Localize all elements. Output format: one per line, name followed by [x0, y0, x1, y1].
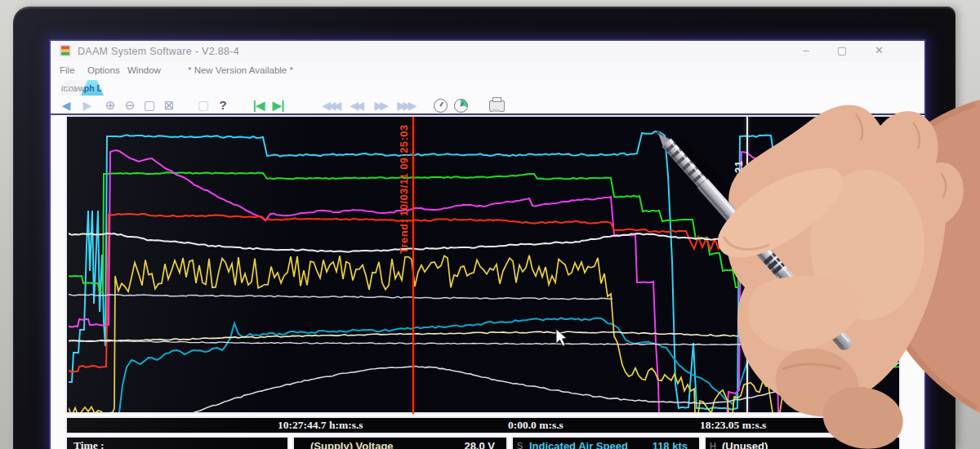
menu-options[interactable]: Options: [87, 65, 120, 75]
zoom-out-icon[interactable]: ⊖: [122, 97, 137, 113]
forward-icon[interactable]: ▶▶: [372, 97, 392, 113]
time-axis-cursor: 0:00.0 m:s.s: [508, 419, 564, 432]
window-title: DAAM System Software - V2.88-4: [78, 46, 239, 57]
close-button[interactable]: ✕: [875, 44, 884, 56]
window-titlebar: DAAM System Software - V2.88-4 – ▢ ✕: [51, 41, 924, 61]
menu-file[interactable]: File: [60, 65, 75, 75]
zoom-in-icon[interactable]: ⊕: [103, 97, 118, 113]
time-axis-end: 18:23.05 m:s.s: [700, 419, 766, 432]
menu-window[interactable]: Window: [127, 65, 161, 75]
help-icon[interactable]: ?: [216, 97, 230, 113]
legend-supply-voltage[interactable]: (Supply) Voltage 28.0 V: [292, 436, 508, 449]
app-icon: [60, 45, 71, 56]
time-cursor-label: 10/03/11 10:09:21: [733, 161, 745, 252]
time-axis-bar: 10:27:44.7 h:m:s.s 0:00.0 m:s.s 18:23.05…: [65, 416, 901, 434]
minimize-button[interactable]: –: [804, 44, 809, 56]
snapshot-icon[interactable]: ▢: [196, 97, 211, 113]
clock-icon[interactable]: [434, 99, 448, 113]
forward-fast-icon[interactable]: ▶▶▶: [397, 97, 418, 113]
rewind-icon[interactable]: ◀◀: [348, 97, 368, 113]
clear-region-icon[interactable]: ⊠: [162, 97, 176, 113]
trend-cursor-line[interactable]: [412, 117, 414, 414]
nav-back-icon[interactable]: ◀: [59, 97, 74, 113]
nav-forward-icon[interactable]: ▶: [78, 97, 98, 113]
step-back-icon[interactable]: |◀: [252, 97, 266, 113]
time-label-box: Time :: [65, 436, 289, 449]
print-icon[interactable]: [489, 100, 505, 112]
maximize-button[interactable]: ▢: [837, 44, 847, 56]
tab-bar: Intro Live Connection Download Manager D…: [57, 79, 80, 96]
rewind-fast-icon[interactable]: ◀◀◀: [322, 97, 343, 113]
legend-row: Time : (Supply) Voltage 28.0 V S Indicat…: [65, 436, 901, 449]
graph-plot-area[interactable]: [65, 115, 901, 414]
trend-cursor-label: Trend: 10/03/11 09:25:03: [398, 125, 410, 254]
toolbar: ◀ ▶ ⊕ ⊖ ▢ ⊠ ▢ ? |◀ ▶| ◀◀◀ ◀◀ ▶▶ ▶▶▶: [59, 96, 505, 114]
step-forward-icon[interactable]: ▶|: [271, 97, 286, 113]
new-version-notice[interactable]: * New Version Available *: [188, 65, 293, 75]
photo-of-monitor: DAAM System Software - V2.88-4 – ▢ ✕ Fil…: [0, 0, 980, 449]
time-axis-start: 10:27:44.7 h:m:s.s: [278, 419, 363, 432]
legend-indicated-air-speed[interactable]: S Indicated Air Speed 118 kts: [511, 436, 701, 449]
clock-elapsed-icon[interactable]: [454, 99, 468, 113]
menu-bar: File Options Window * New Version Availa…: [51, 61, 924, 80]
legend-unused[interactable]: H (Unused): [704, 436, 901, 449]
time-label: Time :: [74, 439, 105, 449]
screen: DAAM System Software - V2.88-4 – ▢ ✕ Fil…: [51, 41, 924, 449]
select-region-icon[interactable]: ▢: [142, 97, 157, 113]
time-cursor-line[interactable]: [746, 117, 748, 414]
